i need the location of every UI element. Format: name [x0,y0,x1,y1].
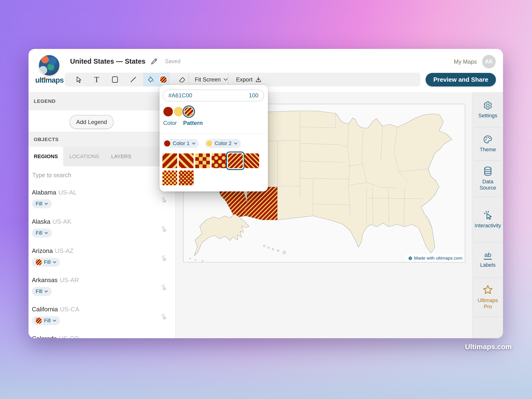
avatar[interactable]: AK [482,55,496,68]
sidebar-item-labels[interactable]: ab Labels [472,242,503,277]
interactivity-cursor-icon[interactable] [161,284,167,291]
region-name: Colorado [32,335,57,338]
region-name: California [32,306,58,313]
editor-toolbar: T [65,73,420,86]
toolbar-divider [228,73,228,86]
tab-color[interactable]: Color [163,120,177,126]
active-pattern-swatch-icon [160,76,167,83]
region-code: US-AZ [55,247,73,254]
region-arizona-highlighted[interactable] [245,187,277,220]
region-code: US-AR [60,276,79,284]
logo-accent-dot [44,77,46,79]
paint-bucket-icon [147,76,154,83]
chevron-down-icon [192,142,196,145]
pattern-option-checker-large[interactable] [195,153,210,168]
ultimaps-watermark: Ultimaps.com [465,343,512,351]
chevron-down-icon [53,319,56,322]
chevron-down-icon [44,203,48,205]
chevron-down-icon [53,261,56,263]
interactivity-cursor-icon[interactable] [161,196,167,203]
hex-value[interactable]: #A61C00 [168,92,192,99]
sidebar-item-ultimaps-pro[interactable]: Ultimaps Pro [472,277,503,317]
ultimaps-wordmark: ultimaps [33,76,66,85]
tab-pattern[interactable]: Pattern [183,120,203,126]
color-value-field[interactable]: #A61C00 100 [163,89,264,101]
pattern-fill-tool-button[interactable] [158,73,169,86]
alaska-shape [194,214,249,256]
search-input[interactable] [32,171,137,179]
export-button[interactable]: Export [236,73,261,86]
rectangle-icon [112,76,118,83]
popup-divider [160,133,268,134]
region-code: US-CA [60,306,79,313]
pattern-option-diagonal-wide-down[interactable] [179,153,194,168]
pattern-option-diagonal-wide-up[interactable] [162,153,177,168]
pattern-option-diagonal-thin-up-selected[interactable] [228,153,243,168]
fill-dropdown[interactable]: Fill [32,316,60,325]
save-status: Saved [165,58,180,65]
map-attribution[interactable]: Made with ultimaps.com [406,254,465,262]
color2-swatch[interactable] [174,107,183,116]
pattern-grid-row2 [162,171,194,185]
color1-swatch[interactable] [163,107,173,116]
chevron-down-icon [223,78,228,81]
color2-dropdown[interactable]: Color 2 [205,139,241,148]
pattern-option-dots-small[interactable] [179,171,194,185]
fill-dropdown[interactable]: Fill [32,199,52,208]
pattern-swatch-selected[interactable] [184,107,193,116]
region-name: Alabama [32,189,56,196]
star-icon [483,285,493,295]
interactivity-cursor-icon[interactable] [161,255,167,261]
cursor-click-icon [483,210,493,220]
sidebar-item-settings[interactable]: Settings [472,92,503,127]
objects-tabs: REGIONS LOCATIONS LAYERS [28,147,175,166]
pattern-option-diagonal-thin-down[interactable] [244,153,259,168]
region-search-row [28,166,175,185]
fill-dropdown[interactable]: Fill [32,228,52,238]
region-row-arizona: ArizonaUS-AZ Fill [28,243,175,273]
add-legend-button[interactable]: Add Legend [70,115,114,129]
ultimaps-logo-globe-icon[interactable] [39,55,59,76]
toolbar-divider [189,73,189,86]
text-tool-button[interactable]: T [90,73,103,86]
fill-color-tool-button[interactable] [144,73,157,86]
tab-locations[interactable]: LOCATIONS [69,147,99,166]
cursor-arrow-icon [75,76,82,83]
chevron-down-icon [44,232,48,234]
fit-screen-dropdown[interactable]: Fit Screen [195,73,228,86]
pattern-option-checker-small[interactable] [162,171,177,185]
region-row-california: CaliforniaUS-CA Fill [28,302,175,331]
eraser-tool-button[interactable] [175,73,189,86]
select-tool-button[interactable] [72,73,85,86]
text-tool-icon: T [94,75,99,84]
edit-pencil-icon[interactable] [150,58,158,65]
line-tool-button[interactable] [127,73,140,86]
color2-dot-icon [206,140,212,146]
my-maps-link[interactable]: My Maps [454,58,477,65]
legend-section-header: LEGEND [28,92,175,110]
globe-icon [408,256,412,260]
fill-dropdown[interactable]: Fill [32,287,52,296]
pattern-swatch-icon [36,317,42,324]
tab-regions[interactable]: REGIONS [28,147,63,166]
opacity-value[interactable]: 100 [249,92,258,99]
sidebar-item-theme[interactable]: Theme [472,127,503,160]
color1-dropdown[interactable]: Color 1 [163,139,199,148]
map-title-group: United States — States Saved [70,57,180,65]
eraser-icon [178,76,185,83]
preview-and-share-button[interactable]: Preview and Share [426,73,496,86]
hawaii-islands [263,245,286,254]
sidebar-item-data-source[interactable]: Data Source [472,160,503,197]
pattern-option-dots-large[interactable] [212,153,226,168]
tab-layers[interactable]: LAYERS [111,147,131,166]
interactivity-cursor-icon[interactable] [161,226,167,232]
sidebar-item-interactivity[interactable]: Interactivity [472,197,503,242]
objects-section-header: OBJECTS [28,132,175,147]
fill-dropdown[interactable]: Fill [32,258,60,267]
line-icon [130,76,137,83]
pattern-swatch-icon [36,259,42,265]
region-code: US-CO [59,335,79,338]
interactivity-cursor-icon[interactable] [161,313,167,320]
right-sidebar: Settings Theme Data Source [472,92,503,338]
shape-tool-button[interactable] [108,73,122,86]
